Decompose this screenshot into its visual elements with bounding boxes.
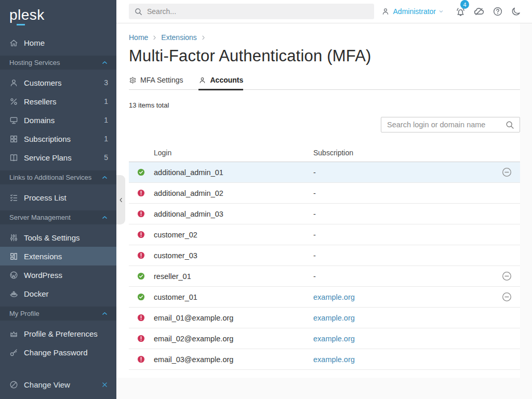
table-row: reseller_01- bbox=[129, 266, 520, 287]
extensions-icon bbox=[9, 252, 19, 261]
sidebar-item-change-view[interactable]: Change View bbox=[0, 375, 116, 394]
sidebar-item-docker[interactable]: Docker bbox=[0, 284, 116, 303]
status-cell bbox=[129, 335, 154, 342]
subscription-cell: example.org bbox=[313, 293, 493, 301]
global-search[interactable] bbox=[129, 4, 374, 19]
global-search-input[interactable] bbox=[147, 7, 369, 16]
notifications-button[interactable]: 4 bbox=[451, 3, 470, 20]
disable-mfa-button[interactable] bbox=[502, 292, 512, 302]
chevron-up-icon bbox=[101, 59, 108, 66]
sidebar-nav: HomeHosting ServicesCustomers3Resellers1… bbox=[0, 33, 116, 375]
sidebar-collapse-handle[interactable] bbox=[116, 175, 125, 224]
sidebar-item-customers[interactable]: Customers3 bbox=[0, 73, 116, 92]
table-row: email_02@example.orgexample.org bbox=[129, 328, 520, 349]
mfa-disabled-icon bbox=[137, 189, 145, 197]
breadcrumb-link-home[interactable]: Home bbox=[129, 33, 148, 42]
sidebar-section-label: Server Management bbox=[9, 214, 101, 221]
sidebar-item-subscriptions[interactable]: Subscriptions1 bbox=[0, 129, 116, 148]
cloud-slash-icon bbox=[473, 6, 485, 17]
disable-mfa-button[interactable] bbox=[502, 271, 512, 281]
sidebar-section-my-profile[interactable]: My Profile bbox=[0, 307, 116, 321]
sidebar-item-resellers[interactable]: Resellers1 bbox=[0, 92, 116, 111]
chevron-up-icon bbox=[101, 174, 108, 181]
subscription-cell: example.org bbox=[313, 335, 493, 343]
sidebar-section-label: My Profile bbox=[9, 310, 101, 317]
login-cell: email_01@example.org bbox=[154, 314, 313, 322]
subscription-value: - bbox=[313, 168, 316, 177]
chevron-down-icon bbox=[438, 9, 444, 14]
sidebar-item-process-list[interactable]: Process List bbox=[0, 188, 116, 207]
logo-underline bbox=[17, 24, 25, 25]
chevron-up-icon bbox=[101, 214, 108, 221]
table-header: LoginSubscription bbox=[129, 143, 520, 162]
status-cell bbox=[129, 314, 154, 322]
table-row: additional_admin_01- bbox=[129, 162, 520, 183]
sidebar-item-profile-preferences[interactable]: Profile & Preferences bbox=[0, 324, 116, 343]
mfa-disabled-icon bbox=[137, 335, 145, 342]
accounts-table: LoginSubscription additional_admin_01-ad… bbox=[129, 143, 520, 370]
subscription-value: - bbox=[313, 231, 316, 239]
wordpress-icon bbox=[9, 271, 19, 280]
status-cell bbox=[129, 355, 154, 363]
mfa-enabled-icon bbox=[137, 293, 145, 301]
search-icon[interactable] bbox=[505, 120, 515, 130]
dark-mode-toggle[interactable] bbox=[507, 3, 526, 20]
action-cell bbox=[493, 167, 520, 177]
user-menu[interactable]: Administrator bbox=[381, 7, 444, 16]
login-cell: customer_01 bbox=[154, 293, 313, 301]
status-cell bbox=[129, 251, 154, 259]
sidebar-item-tools-settings[interactable]: Tools & Settings bbox=[0, 228, 116, 247]
tabs: MFA SettingsAccounts bbox=[129, 76, 520, 90]
subscription-link[interactable]: example.org bbox=[313, 335, 355, 343]
sidebar-item-count: 3 bbox=[104, 78, 108, 87]
status-cell bbox=[129, 231, 154, 238]
sidebar-footer: Change View bbox=[0, 375, 116, 399]
tab-accounts[interactable]: Accounts bbox=[198, 76, 243, 90]
close-icon[interactable] bbox=[101, 381, 108, 388]
sidebar-item-label: Process List bbox=[24, 193, 108, 202]
subscription-cell: example.org bbox=[313, 355, 493, 364]
sidebar-section-server-management[interactable]: Server Management bbox=[0, 210, 116, 224]
subscription-link[interactable]: example.org bbox=[313, 355, 355, 364]
disable-mfa-button[interactable] bbox=[502, 167, 512, 177]
breadcrumb-link-extensions[interactable]: Extensions bbox=[161, 33, 196, 42]
mfa-disabled-icon bbox=[137, 231, 145, 238]
subscription-link[interactable]: example.org bbox=[313, 314, 355, 322]
sidebar-item-domains[interactable]: Domains1 bbox=[0, 111, 116, 129]
sidebar-item-service-plans[interactable]: Service Plans5 bbox=[0, 148, 116, 167]
main-content: HomeExtensions Multi-Factor Authenticati… bbox=[116, 23, 520, 378]
accounts-filter-input[interactable] bbox=[387, 121, 505, 129]
tab-mfa-settings[interactable]: MFA Settings bbox=[129, 76, 183, 90]
sidebar-item-change-password[interactable]: Change Password bbox=[0, 343, 116, 362]
sidebar: plesk HomeHosting ServicesCustomers3Rese… bbox=[0, 0, 116, 399]
items-total: 13 items total bbox=[129, 101, 520, 109]
table-row: customer_03- bbox=[129, 245, 520, 266]
docker-icon bbox=[9, 289, 19, 298]
help-button[interactable] bbox=[488, 3, 507, 20]
table-row: customer_01example.org bbox=[129, 287, 520, 308]
subscription-link[interactable]: example.org bbox=[313, 293, 355, 301]
subscription-cell: example.org bbox=[313, 314, 493, 322]
filter-row bbox=[129, 117, 520, 132]
sidebar-item-wordpress[interactable]: WordPress bbox=[0, 265, 116, 284]
action-cell bbox=[493, 292, 520, 302]
question-icon bbox=[493, 6, 503, 17]
sidebar-item-label: Profile & Preferences bbox=[24, 329, 108, 338]
sidebar-item-home[interactable]: Home bbox=[0, 33, 116, 52]
sidebar-item-label: Docker bbox=[24, 289, 108, 298]
plesk-logo[interactable]: plesk bbox=[0, 0, 116, 30]
sidebar-section-links-to-additional-services[interactable]: Links to Additional Services bbox=[0, 170, 116, 184]
notifications-badge: 4 bbox=[460, 0, 469, 9]
sidebar-item-label: Tools & Settings bbox=[24, 233, 108, 242]
sidebar-item-label: Resellers bbox=[24, 97, 104, 106]
status-cell bbox=[129, 210, 154, 218]
sidebar-section-hosting-services[interactable]: Hosting Services bbox=[0, 56, 116, 70]
login-cell: reseller_01 bbox=[154, 272, 313, 281]
process-list-icon bbox=[9, 193, 19, 202]
feedback-button[interactable] bbox=[470, 3, 488, 20]
sidebar-item-extensions[interactable]: Extensions bbox=[0, 247, 116, 265]
percent-icon bbox=[9, 97, 19, 106]
chevron-left-icon bbox=[118, 197, 124, 203]
accounts-filter[interactable] bbox=[381, 117, 520, 132]
breadcrumb-separator-icon bbox=[201, 35, 206, 41]
